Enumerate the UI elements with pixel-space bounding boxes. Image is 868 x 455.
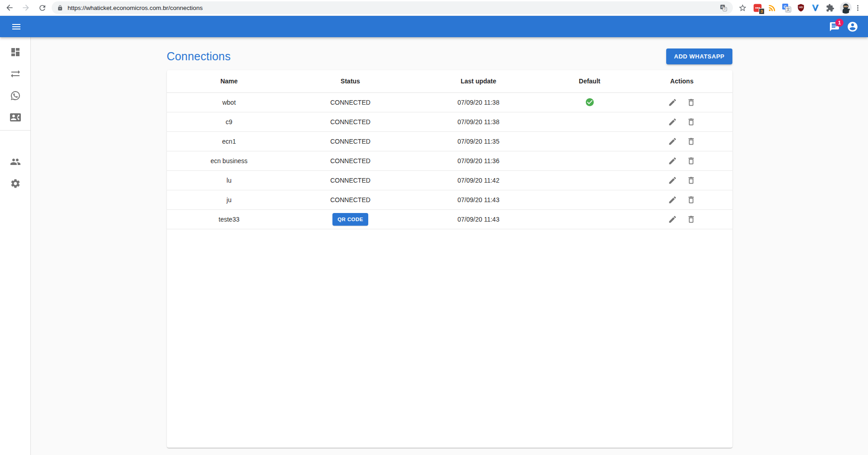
browser-reload-button[interactable] (36, 2, 48, 14)
cell-name: teste33 (167, 209, 292, 229)
delete-trash-icon (687, 215, 696, 224)
edit-button[interactable] (666, 174, 679, 187)
extensions-puzzle-icon[interactable] (824, 2, 835, 14)
cell-default (548, 151, 632, 170)
cell-actions (632, 131, 732, 151)
delete-button[interactable] (685, 155, 697, 167)
cell-last-update: 07/09/20 11:38 (410, 92, 548, 112)
sidebar-item-dashboard[interactable] (0, 41, 30, 63)
address-bar[interactable]: https://whaticket.economicros.com.br/con… (52, 1, 733, 14)
rss-extension-icon[interactable] (766, 2, 777, 14)
sync-alt-icon (10, 68, 21, 79)
delete-trash-icon (687, 117, 696, 126)
browser-forward-button[interactable] (20, 2, 32, 14)
delete-trash-icon (687, 176, 696, 185)
sidebar-item-connections[interactable] (0, 63, 30, 85)
sidebar-item-tickets[interactable] (0, 85, 30, 106)
delete-button[interactable] (685, 194, 697, 206)
table-row: lu CONNECTED 07/09/20 11:42 (167, 170, 732, 190)
cell-actions (632, 170, 732, 190)
cell-actions (632, 92, 732, 112)
main-content: Connections ADD WHATSAPP Name Status Las… (31, 37, 868, 455)
delete-button[interactable] (685, 96, 697, 109)
app-bar: 1 (0, 16, 868, 37)
cell-status: CONNECTED (292, 112, 410, 131)
connections-table: Name Status Last update Default Actions … (167, 70, 732, 229)
column-header-default: Default (548, 70, 632, 92)
url-text[interactable]: https://whaticket.economicros.com.br/con… (68, 5, 720, 11)
edit-pencil-icon (668, 137, 677, 146)
table-row: ju CONNECTED 07/09/20 11:43 (167, 190, 732, 209)
account-menu-button[interactable] (844, 18, 862, 36)
default-check-icon (585, 97, 595, 107)
sidebar-item-users[interactable] (0, 151, 30, 173)
cell-last-update: 07/09/20 11:35 (410, 131, 548, 151)
v-downloader-icon[interactable] (810, 2, 821, 14)
cell-name: ecn1 (167, 131, 292, 151)
delete-button[interactable] (685, 116, 697, 128)
browser-back-button[interactable] (4, 2, 15, 14)
sidebar-item-contacts[interactable] (0, 106, 30, 128)
cell-name: ju (167, 190, 292, 209)
column-header-actions: Actions (632, 70, 732, 92)
edit-pencil-icon (668, 176, 677, 185)
extension-red-icon[interactable]: 3 (752, 2, 763, 14)
ublock-origin-icon[interactable]: UO (795, 2, 806, 14)
column-header-last-update: Last update (410, 70, 548, 92)
qr-code-button[interactable]: QR CODE (332, 213, 368, 226)
edit-pencil-icon (668, 215, 677, 224)
cell-status: QR CODE (292, 209, 410, 229)
cell-status: CONNECTED (292, 92, 410, 112)
delete-button[interactable] (685, 213, 697, 226)
edit-button[interactable] (666, 116, 679, 128)
table-row: ecn1 CONNECTED 07/09/20 11:35 (167, 131, 732, 151)
cell-status: CONNECTED (292, 190, 410, 209)
cell-default (548, 170, 632, 190)
cell-last-update: 07/09/20 11:43 (410, 190, 548, 209)
browser-profile-avatar[interactable] (840, 2, 852, 14)
browser-menu-kebab-icon[interactable] (852, 2, 863, 14)
cell-actions (632, 190, 732, 209)
table-row: ecn business CONNECTED 07/09/20 11:36 (167, 151, 732, 170)
delete-button[interactable] (685, 135, 697, 148)
cell-default (548, 209, 632, 229)
add-whatsapp-button[interactable]: ADD WHATSAPP (666, 48, 732, 64)
cell-name: lu (167, 170, 292, 190)
page-title: Connections (167, 50, 231, 63)
account-circle-icon (847, 21, 858, 33)
edit-pencil-icon (668, 156, 677, 165)
delete-trash-icon (687, 137, 696, 146)
edit-button[interactable] (666, 135, 679, 148)
table-row: wbot CONNECTED 07/09/20 11:38 (167, 92, 732, 112)
browser-toolbar: https://whaticket.economicros.com.br/con… (0, 0, 868, 16)
cell-status: CONNECTED (292, 151, 410, 170)
delete-trash-icon (687, 156, 696, 165)
sidebar-divider (0, 130, 30, 131)
cell-last-update: 07/09/20 11:36 (410, 151, 548, 170)
edit-button[interactable] (666, 213, 679, 226)
cell-name: wbot (167, 92, 292, 112)
dashboard-icon (10, 47, 21, 58)
sidebar-item-settings[interactable] (0, 173, 30, 194)
column-header-name: Name (167, 70, 292, 92)
translate-page-icon[interactable]: G 文 (720, 4, 727, 12)
cell-default (548, 112, 632, 131)
table-row: c9 CONNECTED 07/09/20 11:38 (167, 112, 732, 131)
svg-text:UO: UO (799, 6, 803, 9)
cell-name: ecn business (167, 151, 292, 170)
delete-button[interactable] (685, 174, 697, 187)
cell-default (548, 131, 632, 151)
edit-button[interactable] (666, 96, 679, 109)
edit-pencil-icon (668, 98, 677, 107)
notifications-chat-button[interactable]: 1 (825, 18, 844, 36)
https-lock-icon[interactable] (57, 5, 63, 11)
cell-actions (632, 209, 732, 229)
bookmark-star-icon[interactable] (736, 2, 748, 14)
translate-extension-icon[interactable]: G文 (781, 2, 792, 14)
table-row: teste33 QR CODE 07/09/20 11:43 (167, 209, 732, 229)
hamburger-menu-button[interactable] (7, 18, 25, 36)
edit-button[interactable] (666, 194, 679, 206)
extension-badge: 3 (759, 8, 765, 15)
delete-trash-icon (687, 195, 696, 204)
edit-button[interactable] (666, 155, 679, 167)
